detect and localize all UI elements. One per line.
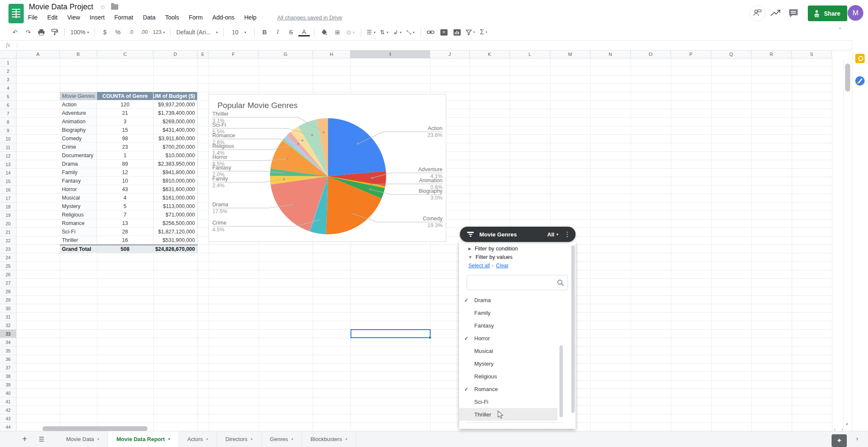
pivot-cell[interactable]: $631,600,000 [153,185,198,194]
pivot-cell[interactable]: SUM of Budget ($) [153,92,198,100]
row-header-14[interactable]: 14 [0,169,17,177]
zoom-select[interactable]: 100%▾ [69,27,90,38]
scroll-left-arrow[interactable]: ‹ [834,427,835,432]
format-percent-button[interactable]: % [112,27,124,38]
paint-format-button[interactable] [49,27,60,38]
pivot-cell[interactable]: 1 [97,151,153,160]
row-header-26[interactable]: 26 [0,270,17,279]
tab-menu-arrow-icon[interactable]: ▾ [97,437,99,441]
menu-help[interactable]: Help [244,14,256,21]
more-formats-button[interactable]: 123▾ [152,27,166,38]
google-keep-icon[interactable] [855,54,865,63]
pivot-cell[interactable]: Mystery [60,202,97,211]
row-header-34[interactable]: 34 [0,338,17,347]
pivot-cell[interactable]: $24,826,670,000 [153,245,198,253]
pivot-cell[interactable]: 12 [97,168,153,177]
filter-search-input[interactable] [467,275,568,290]
row-header-42[interactable]: 42 [0,406,17,414]
row-header-2[interactable]: 2 [0,67,17,75]
pivot-cell[interactable]: Biography [60,126,97,134]
row-header-21[interactable]: 21 [0,228,17,236]
row-header-33[interactable]: 33 [0,330,17,338]
row-header-1[interactable]: 1 [0,58,17,67]
filter-value-fantasy[interactable]: Fantasy [459,319,557,332]
row-header-37[interactable]: 37 [0,364,17,372]
pivot-cell[interactable]: Action [60,100,97,109]
insert-link-button[interactable] [425,27,437,38]
column-header-N[interactable]: N [590,50,631,58]
pivot-cell[interactable]: Religious [60,211,97,219]
pivot-cell[interactable]: 43 [97,185,153,194]
pivot-cell[interactable]: 23 [97,143,153,151]
pivot-cell[interactable]: Animation [60,117,97,126]
pivot-cell[interactable]: Documentary [60,151,97,160]
column-header-G[interactable]: G [259,50,313,58]
row-header-11[interactable]: 11 [0,143,17,152]
print-button[interactable] [36,27,47,38]
pivot-cell[interactable]: $531,900,000 [153,236,198,244]
column-header-O[interactable]: O [631,50,671,58]
vertical-scrollbar-track[interactable] [843,58,852,429]
column-header-C[interactable]: C [97,50,153,58]
pivot-cell[interactable]: 89 [97,160,153,168]
vertical-scrollbar-thumb[interactable] [845,64,850,92]
column-header-D[interactable]: D [153,50,198,58]
row-header-36[interactable]: 36 [0,355,17,364]
filter-value-family[interactable]: Family [459,306,557,319]
pivot-cell[interactable]: $941,800,000 [153,168,198,177]
fill-color-button[interactable] [319,27,330,38]
pivot-cell[interactable]: Sci-Fi [60,228,97,236]
sheet-tab-directors[interactable]: Directors▾ [217,431,262,447]
pivot-cell[interactable]: Romance [60,219,97,228]
row-header-27[interactable]: 27 [0,279,17,287]
column-header-M[interactable]: M [550,50,590,58]
list-scrollbar[interactable] [559,345,563,417]
horizontal-align-button[interactable]: ☰▾ [365,27,377,38]
row-header-7[interactable]: 7 [0,109,17,118]
sheet-tab-movie-data-report[interactable]: Movie Data Report▾ [108,431,179,447]
row-header-40[interactable]: 40 [0,389,17,397]
row-header-28[interactable]: 28 [0,287,17,296]
pivot-cell[interactable]: Comedy [60,134,97,143]
pivot-cell[interactable]: Fantasy [60,177,97,185]
pie-chart-card[interactable]: Popular Movie GenresThriller3.1%Sci-Fi5.… [209,94,446,242]
filter-value-drama[interactable]: ✓Drama [459,294,557,306]
text-wrap-button[interactable]: ↲▾ [392,27,403,38]
column-header-F[interactable]: F [209,50,259,58]
add-sheet-button[interactable]: + [16,431,33,447]
merge-cells-button[interactable]: ⧉▾ [345,27,356,38]
row-header-4[interactable]: 4 [0,84,17,92]
column-header-Q[interactable]: Q [711,50,751,58]
pivot-cell[interactable]: 10 [97,177,153,185]
column-header-S[interactable]: S [792,50,832,58]
row-header-18[interactable]: 18 [0,203,17,211]
selected-cell-I33[interactable] [351,329,431,338]
column-header-B[interactable]: B [60,50,97,58]
sheet-tab-genres[interactable]: Genres▾ [262,431,302,447]
sheet-tab-actors[interactable]: Actors▾ [179,431,217,447]
save-status[interactable]: All changes saved in Drive [277,14,342,21]
column-header-E[interactable]: E [198,50,209,58]
filter-by-values-row[interactable]: ▼ Filter by values [468,254,512,260]
select-all-corner[interactable] [0,50,17,58]
functions-button[interactable]: Σ▾ [478,27,489,38]
pivot-cell[interactable]: 3 [97,117,153,126]
more-options-icon[interactable]: ⋮ [564,230,570,238]
pivot-cell[interactable]: 15 [97,126,153,134]
filter-scope-select[interactable]: All▾ [547,231,558,238]
row-header-24[interactable]: 24 [0,253,17,262]
filter-value-horror[interactable]: ✓Horror [459,332,557,344]
pivot-cell[interactable]: $71,000,000 [153,211,198,219]
borders-button[interactable]: ⊞ [332,27,343,38]
tab-menu-arrow-icon[interactable]: ▾ [345,437,347,441]
column-header-L[interactable]: L [510,50,550,58]
row-header-12[interactable]: 12 [0,152,17,160]
tab-menu-arrow-icon[interactable]: ▾ [206,437,208,441]
row-header-38[interactable]: 38 [0,372,17,380]
filter-popup-header[interactable]: Movie Genres All▾ ⋮ [460,227,576,242]
star-icon[interactable]: ☆ [100,3,106,11]
menu-view[interactable]: View [67,14,80,21]
pivot-table[interactable]: Movie GenresCOUNTA of GenreSUM of Budget… [60,92,198,253]
filter-value-thriller[interactable]: Thriller [459,408,557,421]
column-header-I[interactable]: I [351,50,430,58]
